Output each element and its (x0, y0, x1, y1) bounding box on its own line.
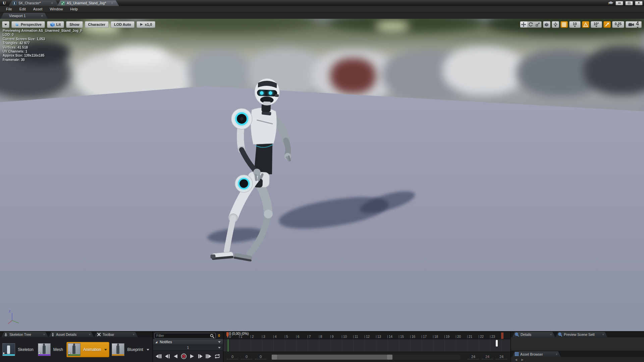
rotate-tool-button[interactable] (527, 21, 534, 27)
step-forward-button[interactable] (197, 352, 204, 360)
grid-snap-value: 10 (573, 22, 577, 26)
play-button[interactable] (188, 352, 196, 360)
chevron-down-icon[interactable] (218, 341, 221, 343)
menu-window[interactable]: Window (46, 7, 66, 11)
close-icon[interactable]: × (51, 1, 53, 5)
tab-asset-details[interactable]: Asset Details × (49, 332, 94, 337)
show-button[interactable]: Show (66, 21, 83, 28)
perspective-icon (15, 23, 19, 26)
record-button[interactable] (180, 352, 187, 360)
timeline-ruler[interactable]: 0 (0,00) (0%) 01234567891011121314151617… (223, 332, 511, 339)
restore-button[interactable] (625, 1, 633, 5)
close-icon[interactable]: × (41, 14, 43, 18)
close-icon[interactable]: × (133, 333, 135, 336)
coordinate-system-button[interactable] (543, 21, 550, 28)
translate-tool-button[interactable] (520, 21, 527, 27)
menu-asset[interactable]: Asset (30, 7, 46, 11)
close-icon[interactable]: × (602, 333, 604, 336)
filter-field[interactable] (154, 333, 216, 339)
transform-toolbar: 10 10° 0,25 (520, 21, 642, 28)
timeline-tracks[interactable] (223, 339, 511, 352)
tab-asset-browser[interactable]: Asset Browser × (512, 351, 561, 357)
scale-tool-button[interactable] (534, 21, 541, 27)
view-range-end[interactable]: 24 (496, 355, 507, 359)
tab-label: Asset Details (56, 333, 76, 337)
star-badge-icon: * (68, 352, 70, 356)
axis-z-label: Z (9, 310, 11, 313)
rotation-snap-toggle[interactable] (582, 21, 589, 28)
tab-skeleton-tree[interactable]: Skeleton Tree × (1, 332, 48, 337)
close-window-button[interactable]: × (635, 1, 643, 5)
chevron-down-icon[interactable] (218, 347, 221, 349)
viewport-tab-label: Viewport 1 (9, 14, 25, 18)
playback-range-start[interactable]: 0 (255, 355, 266, 359)
working-range-end[interactable]: 24 (482, 355, 493, 359)
stat-line: UV Channels: 1 (3, 50, 83, 54)
lit-button[interactable]: Lit (47, 21, 64, 28)
lod-auto-button[interactable]: LOD Auto (111, 21, 135, 28)
grid-snap-toggle[interactable] (560, 21, 568, 28)
close-icon[interactable]: × (550, 333, 552, 336)
camera-speed-button[interactable]: 4 (626, 21, 642, 28)
collapse-icon[interactable]: ◢ (155, 341, 157, 344)
mode-blueprint-button[interactable]: Blueprint (111, 342, 151, 357)
character-model (205, 72, 306, 268)
play-reverse-button[interactable] (171, 352, 179, 360)
working-range-start[interactable]: 0 (241, 355, 252, 359)
grid-snap-value-button[interactable]: 10 (569, 21, 581, 28)
tab-as-unarmed-stand-jog[interactable]: AS_Unarmed_Stand_Jog* × (57, 0, 119, 6)
back-arrow-icon[interactable]: ◀ (515, 358, 517, 361)
rotation-snap-value-button[interactable]: 10° (591, 21, 602, 28)
playback-range-end[interactable]: 24 (468, 355, 479, 359)
mode-mesh-button[interactable]: * Mesh (37, 342, 65, 357)
surface-snapping-button[interactable] (552, 21, 559, 28)
mode-animation-button[interactable]: * Animation (66, 342, 109, 357)
playhead-line[interactable] (228, 339, 228, 352)
notifies-label: Notifies (160, 340, 172, 344)
tutorial-cap-icon[interactable] (608, 1, 613, 5)
forward-arrow-icon[interactable]: ▶ (521, 358, 524, 361)
details-panel-body (511, 337, 644, 351)
close-icon[interactable]: × (89, 333, 91, 336)
notify-track-1[interactable]: 1 (153, 345, 223, 351)
perspective-button[interactable]: Perspective (11, 21, 45, 28)
playback-speed-button[interactable]: x1,0 (137, 21, 155, 28)
filter-input[interactable] (155, 334, 215, 338)
tab-viewport-1[interactable]: Viewport 1 × (1, 13, 48, 19)
viewport-options-button[interactable] (2, 21, 9, 28)
character-button[interactable]: Character (85, 21, 109, 28)
scale-snap-toggle[interactable] (603, 21, 611, 28)
to-front-button[interactable] (155, 352, 162, 360)
menu-help[interactable]: Help (67, 7, 81, 11)
tab-sk-character[interactable]: SK_Character* × (9, 0, 59, 6)
close-icon[interactable]: × (111, 1, 113, 5)
camera-speed-value: 4 (636, 21, 639, 27)
minimize-button[interactable] (615, 1, 623, 5)
tab-details[interactable]: i Details × (512, 332, 555, 337)
to-end-button[interactable] (205, 352, 213, 360)
tab-toolbar[interactable]: Toolbar × (94, 332, 138, 337)
star-badge-icon: * (38, 352, 40, 356)
chevron-down-icon[interactable] (104, 349, 107, 351)
close-icon[interactable]: × (556, 353, 557, 356)
preview-viewport[interactable]: Z Perspective (0, 19, 644, 331)
tab-preview-scene-settings[interactable]: i Preview Scene Sett × (555, 332, 607, 337)
chevron-down-icon[interactable] (147, 349, 149, 351)
timeline-horizontal-scrollbar[interactable] (272, 355, 460, 360)
stat-line: Current Screen Size: 1,053 (3, 37, 83, 41)
loop-toggle-button[interactable] (213, 352, 221, 360)
lit-label: Lit (56, 22, 61, 26)
menu-file[interactable]: File (3, 7, 15, 11)
notifies-group-header[interactable]: ◢ Notifies (153, 339, 223, 345)
scrollbar-thumb[interactable] (272, 355, 392, 360)
play-speed-icon (140, 23, 143, 26)
mode-skeleton-button[interactable]: * Skeleton (1, 342, 36, 357)
view-range-start[interactable]: 0 (227, 355, 238, 359)
close-icon[interactable]: × (43, 333, 45, 336)
step-backward-button[interactable] (163, 352, 171, 360)
timeline-vertical-scrollbar[interactable] (496, 340, 498, 347)
menu-edit[interactable]: Edit (16, 7, 29, 11)
scale-snap-value-button[interactable]: 0,25 (612, 21, 624, 28)
character-label: Character (88, 22, 105, 26)
blurred-sky-gap (376, 21, 409, 31)
